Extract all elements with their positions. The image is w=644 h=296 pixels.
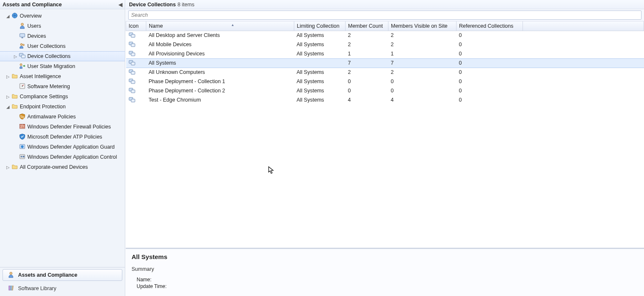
nav-item-devices[interactable]: Devices [0,31,125,41]
wunderbar-assets-and-compliance[interactable]: Assets and Compliance [3,269,122,281]
cell-members: 4 [346,95,388,105]
grid-body: All Desktop and Server ClientsAll System… [126,31,644,105]
cell-limiting: All Systems [294,68,346,77]
cell-visible: 0 [388,77,457,86]
collection-icon [129,41,135,47]
svg-rect-3 [21,37,23,38]
nav-item-overview[interactable]: ◢Overview [0,11,125,21]
nav-item-endpoint-protection[interactable]: ◢Endpoint Protection [0,102,125,112]
collapse-nav-icon[interactable]: ◀ [119,2,122,8]
nav-header: Assets and Compliance ◀ [0,0,125,9]
nav-item-label: Users [27,23,41,29]
details-fields: Name: Update Time: [132,276,638,290]
appcontrol-icon [18,153,26,161]
table-row[interactable]: Phase Deployment - Collection 2All Syste… [126,86,644,95]
nav-item-label: Compliance Settings [20,94,68,100]
grid-header-row: Icon▲NameLimiting CollectionMember Count… [126,21,644,31]
nav-item-firewall-policies[interactable]: Windows Defender Firewall Policies [0,122,125,132]
content-title: Device Collections [129,2,176,8]
nav-item-app-control[interactable]: Windows Defender Application Control [0,152,125,162]
wunderbar-software-library[interactable]: Software Library [3,283,122,294]
cell-name: All Unknown Computers [146,68,294,77]
nav-item-user-collections[interactable]: User Collections [0,41,125,51]
cell-visible: 7 [388,58,457,68]
nav-item-software-metering[interactable]: Software Metering [0,81,125,92]
column-header-pad[interactable] [523,21,644,31]
wunderbar: Assets and ComplianceSoftware Library [0,267,125,296]
nav-item-antimalware-policies[interactable]: Antimalware Policies [0,112,125,122]
caret-collapsed-icon[interactable]: ▷ [5,165,11,170]
collections-grid: Icon▲NameLimiting CollectionMember Count… [126,21,644,105]
cell-refs: 0 [457,68,523,77]
cell-limiting: All Systems [294,77,346,86]
main-panel: Device Collections 8 items Icon▲NameLimi… [125,0,644,296]
table-row[interactable]: Test - Edge ChromiumAll Systems440 [126,95,644,105]
usergroup-icon [18,42,26,50]
cell-visible: 2 [388,68,457,77]
column-header-icon[interactable]: Icon [126,21,146,31]
collection-icon [129,50,135,56]
cell-pad [523,31,644,40]
column-label: Member Count [348,23,383,29]
table-row[interactable]: All Provisioning DevicesAll Systems110 [126,49,644,58]
cell-members: 0 [346,77,388,86]
nav-item-label: Endpoint Protection [20,104,66,110]
collection-icon [129,32,135,38]
column-header-visible[interactable]: Members Visible on Site [388,21,457,31]
svg-point-8 [20,63,22,65]
nav-item-app-guard[interactable]: Windows Defender Application Guard [0,142,125,152]
cell-name: Test - Edge Chromium [146,95,294,105]
cell-pad [523,49,644,58]
grid-area: Icon▲NameLimiting CollectionMember Count… [126,21,644,248]
caret-expanded-icon[interactable]: ◢ [5,14,11,18]
nav-item-atp-policies[interactable]: Microsoft Defender ATP Policies [0,132,125,142]
field-label: Name: [137,277,151,283]
cell-name: Phase Deployment - Collection 1 [146,77,294,86]
svg-rect-29 [131,71,135,74]
column-label: Limiting Collection [297,23,339,29]
content-header: Device Collections 8 items [126,0,644,9]
column-header-refs[interactable]: Referenced Collections [457,21,523,31]
table-row[interactable]: All Unknown ComputersAll Systems220 [126,68,644,77]
nav-item-compliance-settings[interactable]: ▷Compliance Settings [0,92,125,102]
cell-name: Phase Deployment - Collection 2 [146,86,294,95]
wunderbar-label: Assets and Compliance [18,272,77,278]
svg-rect-17 [9,286,10,290]
nav-item-asset-intelligence[interactable]: ▷Asset Intelligence [0,71,125,81]
table-row[interactable]: Phase Deployment - Collection 1All Syste… [126,77,644,86]
row-icon-cell [126,86,146,95]
wunderbar-label: Software Library [18,286,56,291]
svg-rect-33 [131,90,135,93]
cell-name: All Desktop and Server Clients [146,31,294,40]
content-item-count: 8 items [177,2,194,8]
details-field: Name: [137,276,638,283]
table-row[interactable]: All Mobile DevicesAll Systems220 [126,40,644,49]
search-input[interactable] [128,10,641,20]
nav-item-device-collections[interactable]: ▷Device Collections [0,51,125,61]
nav-item-users[interactable]: Users [0,21,125,31]
nav-item-user-state-migration[interactable]: User State Migration [0,61,125,71]
cell-refs: 0 [457,95,523,105]
svg-point-14 [21,156,22,157]
svg-rect-21 [131,34,135,37]
svg-point-1 [21,23,24,26]
row-icon-cell [126,77,146,86]
device-icon [18,32,26,40]
user-icon [7,271,15,279]
caret-expanded-icon[interactable]: ◢ [5,105,11,109]
table-row[interactable]: All Systems770 [126,58,644,68]
column-header-name[interactable]: ▲Name [146,21,294,31]
svg-rect-19 [12,286,13,290]
column-header-limiting[interactable]: Limiting Collection [294,21,346,31]
column-header-members[interactable]: Member Count [346,21,388,31]
collection-icon [129,97,135,102]
table-row[interactable]: All Desktop and Server ClientsAll System… [126,31,644,40]
caret-collapsed-icon[interactable]: ▷ [13,54,18,59]
details-field: Update Time: [137,283,638,290]
nav-item-corp-devices[interactable]: ▷All Corporate-owned Devices [0,162,125,172]
caret-collapsed-icon[interactable]: ▷ [5,94,11,99]
nav-title: Assets and Compliance [3,2,62,8]
globe-icon [11,12,18,20]
caret-collapsed-icon[interactable]: ▷ [5,74,11,79]
shieldstripe-icon [18,113,26,121]
